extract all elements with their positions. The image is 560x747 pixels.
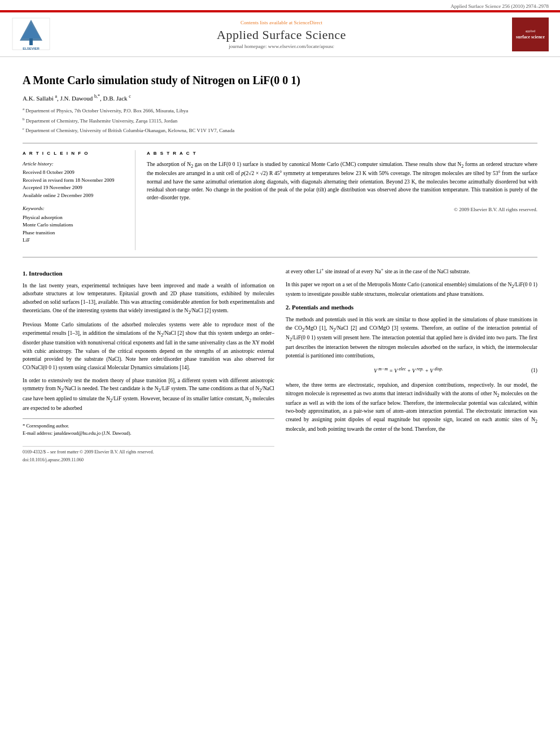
affil-b: b Department of Chemistry, The Hashemite… xyxy=(23,116,537,125)
svg-text:ELSEVIER: ELSEVIER xyxy=(23,47,40,50)
bottom-info: 0169-4332/$ – see front matter © 2009 El… xyxy=(23,446,274,464)
issn-note: 0169-4332/$ – see front matter © 2009 El… xyxy=(23,449,274,456)
svg-marker-3 xyxy=(21,24,41,38)
journal-header: ELSEVIER Contents lists available at Sci… xyxy=(0,11,560,57)
intro-p1: In the last twenty years, experimental t… xyxy=(23,282,274,316)
intro-p3: In order to extensively test the modern … xyxy=(23,377,274,413)
body-col-left: 1. Introduction In the last twenty years… xyxy=(23,267,274,465)
intro-p5: In this paper we report on a set of the … xyxy=(286,281,537,299)
keywords-label: Keywords: xyxy=(23,205,127,213)
methods-p2: where, the three terms are electrostatic… xyxy=(286,381,537,434)
journal-logo-box: applied surface science xyxy=(512,18,549,51)
methods-p1: The methods and potentials used in this … xyxy=(286,316,537,360)
email-note: E-mail address: janaldawoud@hu.edu.jo (J… xyxy=(23,430,274,437)
info-abstract-section: A R T I C L E I N F O Article history: R… xyxy=(23,143,537,257)
top-bar: Applied Surface Science 256 (2010) 2974–… xyxy=(0,0,560,10)
kw-1: Physical adsorption xyxy=(23,214,127,222)
kw-4: LiF xyxy=(23,237,127,244)
journal-homepage: journal homepage: www.elsevier.com/locat… xyxy=(56,43,506,49)
affil-c: c Department of Chemistry, University of… xyxy=(23,126,537,135)
accepted-date: Accepted 19 November 2009 xyxy=(23,184,127,192)
intro-p2: Previous Monte Carlo simulations of the … xyxy=(23,321,274,372)
equation-1: V m−m = V elec + V rep. + V disp. (1) xyxy=(286,365,537,377)
copyright-line: © 2009 Elsevier B.V. All rights reserved… xyxy=(147,206,537,214)
history-group: Article history: Received 8 October 2009… xyxy=(23,160,127,200)
elsevier-logo: ELSEVIER xyxy=(11,17,51,52)
abstract-heading: A B S T R A C T xyxy=(147,150,537,157)
abstract-col: A B S T R A C T The adsorption of N2 gas… xyxy=(147,150,537,250)
kw-3: Phase transition xyxy=(23,229,127,237)
available-date: Available online 2 December 2009 xyxy=(23,192,127,200)
authors-line: A.K. Sallabi a, J.N. Dawoud b,*, D.B. Ja… xyxy=(23,93,537,103)
kw-2: Monte Carlo simulations xyxy=(23,221,127,229)
article-info-col: A R T I C L E I N F O Article history: R… xyxy=(23,150,135,250)
corresponding-note: * Corresponding author. xyxy=(23,422,274,430)
logo-bottom-text: surface science xyxy=(516,34,545,40)
equation-number: (1) xyxy=(531,366,537,375)
footnote-area: * Corresponding author. E-mail address: … xyxy=(23,418,274,437)
page: Applied Surface Science 256 (2010) 2974–… xyxy=(0,0,560,747)
history-label: Article history: xyxy=(23,160,127,168)
article-title: A Monte Carlo simulation study of Nitrog… xyxy=(23,73,537,88)
keywords-group: Keywords: Physical adsorption Monte Carl… xyxy=(23,205,127,244)
sciencedirect-link-text[interactable]: ScienceDirect xyxy=(294,20,322,25)
received-date: Received 8 October 2009 xyxy=(23,169,127,177)
intro-p4-cont: at every other Li+ site instead of at ev… xyxy=(286,267,537,276)
affil-a: a Department of Physics, 7th October Uni… xyxy=(23,106,537,115)
equation-content: V m−m = V elec + V rep. + V disp. xyxy=(286,366,531,375)
abstract-text: The adsorption of N2 gas on the LiF(0 0 … xyxy=(147,160,537,202)
intro-heading: 1. Introduction xyxy=(23,269,274,278)
journal-center: Contents lists available at ScienceDirec… xyxy=(56,20,506,49)
received-revised-date: Received in revised form 18 November 200… xyxy=(23,177,127,185)
sciencedirect-note: Contents lists available at ScienceDirec… xyxy=(56,20,506,25)
doi-note: doi:10.1016/j.apsusc.2009.11.060 xyxy=(23,457,274,464)
body-col-right: at every other Li+ site instead of at ev… xyxy=(286,267,537,465)
content-area: A Monte Carlo simulation study of Nitrog… xyxy=(0,57,560,477)
logo-top-text: applied xyxy=(526,29,536,33)
journal-title: Applied Surface Science xyxy=(56,28,506,42)
body-section: 1. Introduction In the last twenty years… xyxy=(23,267,537,465)
affiliations: a Department of Physics, 7th October Uni… xyxy=(23,106,537,135)
journal-ref: Applied Surface Science 256 (2010) 2974–… xyxy=(450,3,549,9)
methods-heading: 2. Potentials and methods xyxy=(286,303,537,312)
article-info-heading: A R T I C L E I N F O xyxy=(23,150,127,157)
elsevier-svg: ELSEVIER xyxy=(11,17,51,51)
